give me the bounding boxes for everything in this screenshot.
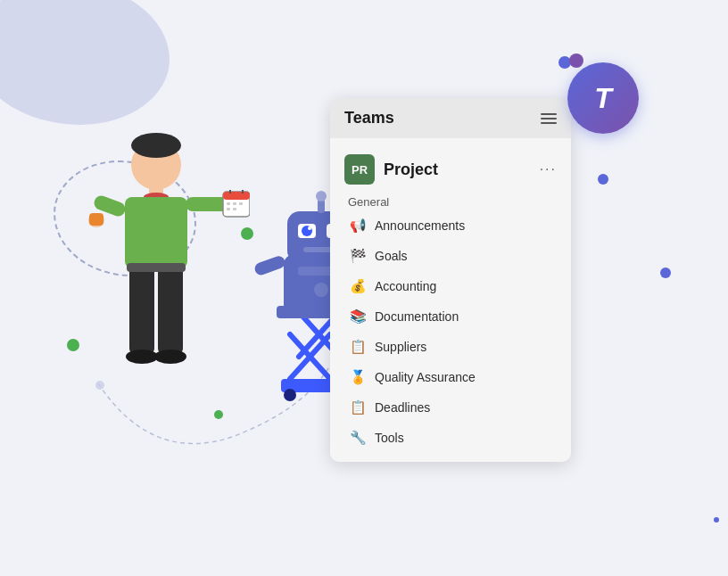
human-figure <box>71 129 250 432</box>
channel-name-suppliers: Suppliers <box>375 340 426 354</box>
teams-logo-letter: T <box>594 82 612 115</box>
svg-rect-19 <box>89 213 103 226</box>
svg-rect-17 <box>233 208 236 210</box>
channel-name-deadlines: Deadlines <box>375 400 430 415</box>
svg-rect-44 <box>253 254 287 276</box>
svg-point-2 <box>131 133 181 158</box>
channel-section-label: General <box>330 192 571 210</box>
project-options-menu[interactable]: ··· <box>540 161 557 177</box>
channels-list: 📢Announcements🏁Goals💰Accounting📚Document… <box>330 210 571 453</box>
channel-icon-deadlines: 📋 <box>348 398 368 417</box>
channel-item-accounting[interactable]: 💰Accounting <box>330 271 571 301</box>
channel-item-goals[interactable]: 🏁Goals <box>330 241 571 271</box>
channel-item-quality-assurance[interactable]: 🏅Quality Assurance <box>330 362 571 392</box>
svg-point-47 <box>284 389 296 401</box>
svg-point-24 <box>154 350 186 364</box>
teams-card-header: Teams <box>330 98 571 138</box>
people-icon <box>554 53 590 80</box>
svg-rect-15 <box>239 202 243 205</box>
teams-card-body: PR Project ··· General 📢Announcements🏁Go… <box>330 138 571 462</box>
channel-item-deadlines[interactable]: 📋Deadlines <box>330 392 571 423</box>
channel-name-announcements: Announcements <box>375 218 465 233</box>
svg-point-34 <box>316 191 327 202</box>
bg-blob-top-left <box>0 0 170 125</box>
teams-card-title: Teams <box>344 109 394 128</box>
channel-name-quality-assurance: Quality Assurance <box>375 370 476 384</box>
svg-rect-5 <box>125 197 187 268</box>
svg-rect-14 <box>233 202 236 205</box>
project-row[interactable]: PR Project ··· <box>330 147 571 192</box>
svg-rect-13 <box>227 202 230 205</box>
hamburger-menu-icon[interactable] <box>541 113 557 124</box>
svg-rect-16 <box>227 208 230 210</box>
channel-name-accounting: Accounting <box>375 279 436 293</box>
channel-icon-tools: 🔧 <box>348 428 368 448</box>
svg-point-39 <box>308 226 311 230</box>
scene-container: Teams PR Project ··· General 📢Announceme… <box>0 0 728 576</box>
channel-name-goals: Goals <box>375 249 408 263</box>
teams-logo: T <box>567 62 639 134</box>
decorative-dot-4 <box>660 267 671 278</box>
channel-icon-suppliers: 📋 <box>348 337 368 357</box>
channel-icon-goals: 🏁 <box>348 246 368 266</box>
svg-rect-20 <box>129 265 154 354</box>
channel-item-suppliers[interactable]: 📋Suppliers <box>330 332 571 362</box>
svg-point-23 <box>126 350 158 364</box>
channel-name-tools: Tools <box>375 431 404 445</box>
svg-point-43 <box>314 283 328 297</box>
channel-icon-accounting: 💰 <box>348 276 368 296</box>
decorative-dot-3 <box>598 174 608 185</box>
channel-icon-announcements: 📢 <box>348 216 368 235</box>
channel-icon-documentation: 📚 <box>348 307 368 326</box>
teams-card: Teams PR Project ··· General 📢Announceme… <box>330 98 571 462</box>
channel-icon-quality-assurance: 🏅 <box>348 367 368 387</box>
svg-point-49 <box>558 56 571 69</box>
channel-item-tools[interactable]: 🔧Tools <box>330 423 571 453</box>
channel-name-documentation: Documentation <box>375 309 459 324</box>
svg-point-50 <box>569 53 583 68</box>
svg-rect-10 <box>223 192 250 200</box>
decorative-dot-5 <box>714 517 719 523</box>
svg-rect-22 <box>127 263 186 272</box>
channel-item-announcements[interactable]: 📢Announcements <box>330 210 571 241</box>
svg-rect-21 <box>158 265 183 354</box>
project-avatar: PR <box>344 154 375 185</box>
channel-item-documentation[interactable]: 📚Documentation <box>330 301 571 332</box>
project-name: Project <box>384 160 438 179</box>
project-left: PR Project <box>344 154 438 185</box>
